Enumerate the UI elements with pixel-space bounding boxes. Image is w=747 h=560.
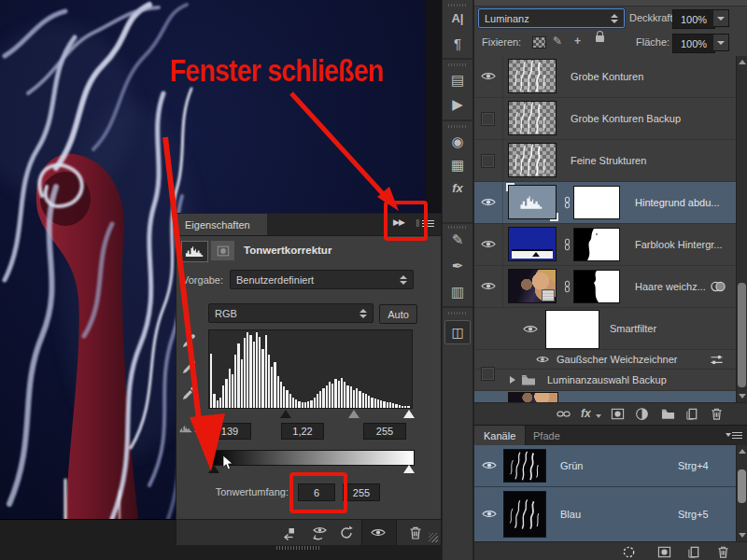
dock-group-handle[interactable]	[448, 226, 467, 229]
lock-pixels-icon[interactable]: ✎	[553, 35, 562, 48]
scrollbar-thumb[interactable]	[738, 469, 746, 503]
output-high-input[interactable]	[343, 483, 380, 501]
highlight-input-slider[interactable]	[403, 410, 415, 418]
scroll-up-button[interactable]	[737, 445, 747, 456]
swatches-panel-icon[interactable]: ▦	[443, 157, 472, 174]
clone-source-panel-icon[interactable]: ▤	[443, 72, 472, 89]
scroll-down-button[interactable]	[737, 529, 747, 540]
black-point-eyedropper-icon[interactable]	[181, 333, 198, 350]
opacity-dropdown-arrow[interactable]	[713, 9, 729, 27]
layer-thumbnail[interactable]	[508, 101, 557, 135]
panel-resize-grip[interactable]	[429, 533, 438, 542]
lock-position-icon[interactable]: +	[574, 35, 581, 48]
gamma-value-input[interactable]	[281, 423, 324, 440]
fill-dropdown-arrow[interactable]	[713, 34, 729, 51]
channel-thumbnail[interactable]	[503, 491, 546, 538]
scroll-down-button[interactable]	[737, 390, 747, 401]
eye-icon[interactable]	[523, 324, 538, 334]
link-layers-button[interactable]	[557, 407, 571, 421]
mask-link-icon[interactable]	[561, 280, 573, 293]
brush-panel-icon[interactable]: ✎	[443, 231, 472, 248]
dock-group-handle[interactable]	[448, 312, 467, 315]
delete-channel-button[interactable]	[716, 545, 730, 559]
save-selection-as-channel-button[interactable]	[657, 545, 671, 559]
character-panel-icon[interactable]: A|	[443, 11, 472, 25]
midtone-input-slider[interactable]	[348, 410, 359, 418]
opacity-value[interactable]: 100%	[672, 9, 715, 29]
channels-scrollbar[interactable]	[736, 445, 747, 541]
smart-filter-mask-thumbnail[interactable]	[545, 310, 599, 349]
new-adjustment-layer-button[interactable]	[635, 407, 649, 421]
layer-row-gaussian-blur-filter[interactable]: Gaußscher Weichzeichner	[474, 350, 747, 370]
preset-select[interactable]: Benutzerdefiniert	[230, 270, 414, 289]
dock-group-handle[interactable]	[448, 4, 467, 7]
clip-to-layer-button[interactable]	[281, 525, 296, 540]
tab-pfade[interactable]: Pfade	[524, 426, 570, 445]
visibility-cell[interactable]	[474, 98, 503, 139]
tool-presets-panel-icon[interactable]: ▥	[443, 284, 472, 301]
tab-kanaele[interactable]: Kanäle	[474, 426, 526, 445]
fill-value[interactable]: 100%	[672, 34, 715, 53]
lock-all-icon[interactable]	[596, 35, 604, 42]
layer-mask-thumbnail-white[interactable]	[573, 186, 620, 219]
mask-link-icon[interactable]	[561, 238, 573, 251]
channel-row-blau-selected[interactable]: Blau Strg+5	[474, 487, 747, 542]
visibility-cell[interactable]	[474, 182, 503, 223]
layer-row-grobe-konturen-backup[interactable]: Grobe Konturen Backup	[474, 98, 747, 140]
new-group-button[interactable]	[661, 407, 675, 421]
load-channel-selection-button[interactable]	[622, 545, 636, 559]
brush-presets-panel-icon[interactable]: ✒	[443, 258, 472, 274]
layer-thumbnail[interactable]	[508, 143, 557, 177]
auto-button[interactable]: Auto	[379, 304, 417, 324]
layer-row-farblook-hintergrund[interactable]: Farblook Hintergr...	[474, 224, 747, 266]
delete-adjustment-button[interactable]	[408, 525, 423, 540]
hidden-eye-checkbox[interactable]	[481, 367, 495, 381]
visibility-cell[interactable]	[474, 224, 503, 265]
layer-row-luminanzauswahl-backup-group[interactable]: Luminanzauswahl Backup	[474, 370, 747, 391]
layer-row-feine-strukturen[interactable]: Feine Strukturen	[474, 140, 747, 182]
scrollbar-thumb[interactable]	[738, 283, 746, 387]
shadow-value-input[interactable]	[208, 423, 251, 440]
channel-select[interactable]: RGB	[208, 303, 374, 323]
tab-eigenschaften[interactable]: Eigenschaften	[176, 214, 267, 235]
layer-mask-thumbnail-bw[interactable]	[573, 270, 620, 303]
blend-mode-select[interactable]: Luminanz	[478, 8, 625, 28]
layer-row-hintergrund-abdunkeln-selected[interactable]: Hintegrund abdu...	[474, 182, 747, 224]
kuler-panel-icon[interactable]: ◉	[443, 133, 472, 150]
styles-panel-icon[interactable]: fx	[443, 181, 472, 195]
eye-icon[interactable]	[482, 509, 497, 519]
output-highlight-slider[interactable]	[403, 465, 415, 473]
scroll-up-button[interactable]	[737, 56, 747, 67]
layer-thumbnail-partial[interactable]	[508, 392, 558, 402]
layers-scrollbar[interactable]	[736, 56, 747, 402]
adjustment-layer-thumbnail[interactable]	[508, 185, 557, 219]
eye-icon[interactable]	[482, 460, 497, 470]
shadow-input-slider[interactable]	[280, 410, 291, 418]
actions-panel-icon[interactable]: ▶	[443, 96, 472, 113]
visibility-cell[interactable]	[474, 56, 503, 97]
gray-point-eyedropper-icon[interactable]	[181, 359, 198, 376]
hidden-eye-checkbox[interactable]	[481, 154, 495, 168]
visibility-cell[interactable]	[474, 140, 503, 181]
eye-icon[interactable]	[536, 355, 549, 364]
channel-row-gruen-selected[interactable]: Grün Strg+4	[474, 445, 747, 487]
group-expand-triangle[interactable]	[510, 376, 515, 384]
reset-adjustment-button[interactable]	[339, 525, 354, 540]
dock-group-handle[interactable]	[448, 63, 467, 66]
layer-style-button[interactable]: fx	[581, 407, 591, 420]
panel-menu-icon[interactable]	[727, 431, 742, 440]
new-channel-button[interactable]	[687, 545, 701, 559]
layer-mask-thumbnail-bw[interactable]	[573, 228, 620, 261]
layer-thumbnail[interactable]	[508, 59, 557, 93]
channel-thumbnail[interactable]	[503, 449, 546, 483]
add-mask-button[interactable]	[611, 407, 625, 421]
smart-object-thumbnail[interactable]	[508, 269, 557, 303]
histogram-refresh-warning[interactable]: ⚠	[179, 423, 204, 435]
eye-icon[interactable]	[481, 197, 496, 207]
lock-transparency-icon[interactable]	[532, 36, 546, 49]
visibility-cell[interactable]	[474, 266, 503, 307]
adjustment-mask-icon[interactable]	[211, 241, 234, 260]
materials-panel-icon-active[interactable]: ◫	[444, 320, 471, 344]
output-shadow-slider[interactable]	[208, 465, 219, 473]
mask-link-icon[interactable]	[561, 196, 573, 209]
